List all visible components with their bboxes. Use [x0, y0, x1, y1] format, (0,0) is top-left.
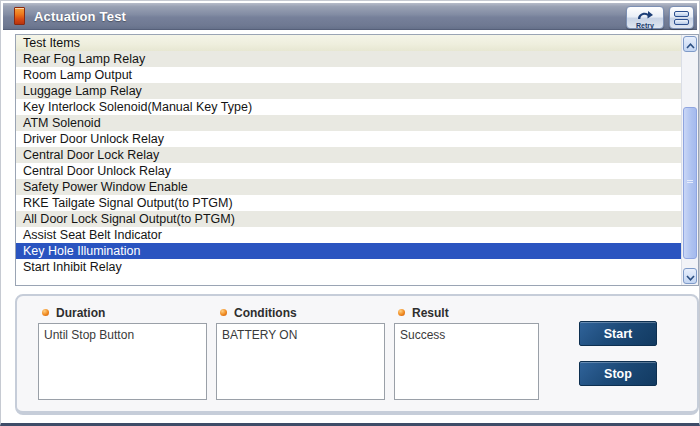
chevron-down-icon	[686, 267, 695, 285]
list-item-label: Rear Fog Lamp Relay	[23, 52, 145, 66]
test-items-rows: Rear Fog Lamp Relay Room Lamp Output Lug…	[16, 51, 682, 285]
list-scrollbar[interactable]	[681, 35, 698, 285]
list-item[interactable]: Safety Power Window Enable	[16, 179, 682, 195]
scrollbar-thumb[interactable]	[683, 107, 697, 259]
list-item-label: Safety Power Window Enable	[23, 180, 188, 194]
result-label: Result	[412, 306, 449, 320]
duration-label: Duration	[56, 306, 105, 320]
duration-group: Duration Until Stop Button	[38, 305, 207, 400]
retry-button[interactable]: Retry	[626, 6, 664, 29]
list-item-label: Start Inhibit Relay	[23, 260, 122, 274]
duration-value-box: Until Stop Button	[38, 323, 207, 400]
list-item-label: All Door Lock Signal Output(to PTGM)	[23, 212, 235, 226]
result-group: Result Success	[394, 305, 539, 400]
panel-toggle-button[interactable]	[669, 6, 694, 29]
stop-button[interactable]: Stop	[579, 361, 657, 386]
thumb-grip	[687, 180, 693, 181]
double-bars-icon	[674, 19, 689, 25]
double-bars-icon	[674, 11, 689, 17]
conditions-group: Conditions BATTERY ON	[216, 305, 385, 400]
list-item-label: Key Hole Illumination	[23, 244, 140, 258]
list-item-label: Driver Door Unlock Relay	[23, 132, 164, 146]
list-item[interactable]: RKE Tailgate Signal Output(to PTGM)	[16, 195, 682, 211]
orange-dot-icon	[42, 309, 49, 316]
list-item[interactable]: Central Door Lock Relay	[16, 147, 682, 163]
orange-dot-icon	[398, 309, 405, 316]
orange-dot-icon	[220, 309, 227, 316]
list-item[interactable]: ATM Solenoid	[16, 115, 682, 131]
list-item[interactable]: All Door Lock Signal Output(to PTGM)	[16, 211, 682, 227]
action-buttons: Start Stop	[579, 305, 657, 401]
list-item-label: Central Door Lock Relay	[23, 148, 159, 162]
list-item[interactable]: Driver Door Unlock Relay	[16, 131, 682, 147]
list-item[interactable]: Luggage Lamp Relay	[16, 83, 682, 99]
list-item-label: RKE Tailgate Signal Output(to PTGM)	[23, 196, 233, 210]
list-item-label: Key Interlock Solenoid(Manual Key Type)	[23, 100, 252, 114]
list-item[interactable]: Key Interlock Solenoid(Manual Key Type)	[16, 99, 682, 115]
list-item-label: Assist Seat Belt Indicator	[23, 228, 162, 242]
list-item-label: Room Lamp Output	[23, 68, 132, 82]
scroll-up-button[interactable]	[683, 36, 697, 52]
test-items-list: Test Items Rear Fog Lamp Relay Room Lamp…	[15, 34, 699, 286]
list-item-label: ATM Solenoid	[23, 116, 101, 130]
actuation-test-window: Actuation Test Retry Test Items Rear Fog…	[0, 0, 700, 426]
control-panel: Duration Until Stop Button Conditions BA…	[15, 294, 699, 415]
titlebar: Actuation Test Retry	[3, 3, 697, 30]
list-item[interactable]: Room Lamp Output	[16, 67, 682, 83]
start-button[interactable]: Start	[579, 321, 657, 346]
conditions-label: Conditions	[234, 306, 297, 320]
retry-button-label: Retry	[636, 22, 654, 29]
app-icon	[14, 7, 25, 25]
test-items-column-header: Test Items	[16, 35, 682, 52]
list-item[interactable]: Rear Fog Lamp Relay	[16, 51, 682, 67]
list-item-label: Central Door Unlock Relay	[23, 164, 171, 178]
result-value-box: Success	[394, 323, 539, 400]
chevron-up-icon	[686, 35, 695, 53]
titlebar-buttons: Retry	[626, 6, 694, 29]
list-item-label: Luggage Lamp Relay	[23, 84, 142, 98]
list-item[interactable]: Start Inhibit Relay	[16, 259, 682, 275]
conditions-value-box: BATTERY ON	[216, 323, 385, 400]
list-item[interactable]: Key Hole Illumination	[16, 243, 682, 259]
scroll-down-button[interactable]	[683, 268, 697, 284]
window-title: Actuation Test	[34, 9, 126, 24]
list-item[interactable]: Central Door Unlock Relay	[16, 163, 682, 179]
list-item[interactable]: Assist Seat Belt Indicator	[16, 227, 682, 243]
